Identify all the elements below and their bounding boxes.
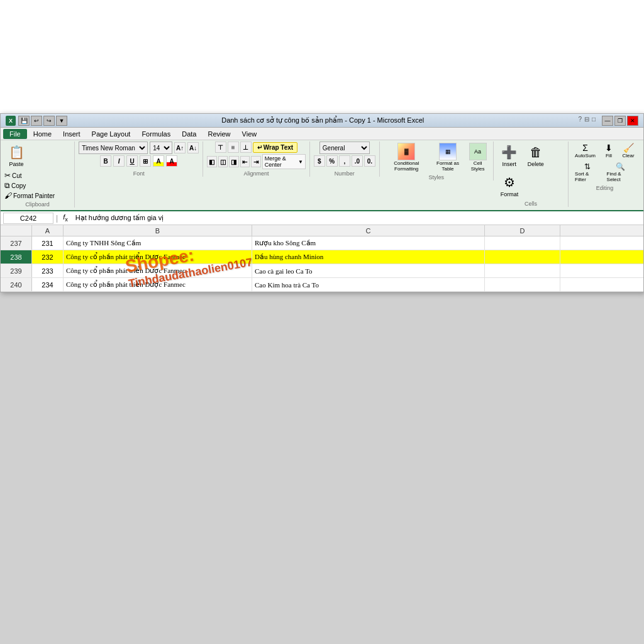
number-format-select[interactable]: General (319, 142, 370, 154)
menu-formulas[interactable]: Formulas (136, 129, 175, 139)
wrap-text-icon: ↵ (257, 144, 262, 151)
paste-button[interactable]: 📋 Paste (4, 142, 28, 169)
name-box[interactable] (3, 213, 53, 224)
ribbon-editing-group: Σ AutoSum ⬇ Fill 🧹 Clear ⇅ Sort (571, 142, 641, 191)
fx-label: fx (60, 213, 70, 223)
format-as-table-btn[interactable]: ▦ Format as Table (431, 142, 465, 173)
formula-input[interactable] (73, 213, 641, 224)
increase-font-btn[interactable]: A↑ (174, 142, 186, 153)
undo-btn[interactable]: ↩ (31, 116, 42, 126)
percent-btn[interactable]: % (326, 155, 338, 167)
cell-a-2[interactable]: 233 (32, 264, 64, 277)
spreadsheet: A B C D 237 231 Công ty TNHH Sông Cầm Rư… (1, 225, 643, 292)
column-headers: A B C D (1, 225, 643, 236)
table-row: 240 234 Công ty cổ phần phát triển Dược … (1, 278, 643, 292)
align-left-btn[interactable]: ◧ (207, 156, 217, 167)
quick-save-btn[interactable]: 💾 (18, 116, 30, 126)
cell-b-2[interactable]: Công ty cổ phần phát triển Dược Fanmec (64, 264, 252, 277)
align-right-btn[interactable]: ◨ (229, 156, 239, 167)
align-top-btn[interactable]: ⊤ (215, 142, 226, 153)
ribbon-clipboard-group: 📋 Paste ✂ Cut ⧉ Copy 🖌 Format Painter (3, 142, 75, 208)
cell-styles-btn[interactable]: Aa Cell Styles (466, 142, 489, 173)
clear-btn[interactable]: 🧹 Clear (619, 142, 637, 160)
format-icon: ⚙ (501, 174, 518, 191)
delete-btn[interactable]: 🗑 Delete (524, 142, 548, 169)
redo-btn[interactable]: ↪ (43, 116, 55, 126)
cell-c-3[interactable]: Cao Kim hoa trà Ca To (252, 278, 485, 291)
row-number[interactable]: 238 (1, 250, 32, 264)
fill-color-btn[interactable]: A (153, 155, 164, 167)
insert-icon: ➕ (501, 143, 518, 161)
decrease-decimal-btn[interactable]: 0. (364, 155, 375, 167)
cell-d-0[interactable] (485, 236, 560, 250)
menu-file[interactable]: File (3, 129, 27, 139)
cell-c-0[interactable]: Rượu kho Sông Cầm (252, 236, 485, 250)
cell-a-1[interactable]: 232 (32, 250, 64, 264)
row-number[interactable]: 237 (1, 236, 32, 250)
col-header-d: D (485, 225, 560, 236)
cell-d-2[interactable] (485, 264, 560, 277)
ribbon-font-group: Times New Roman 14 A↑ A↓ B I U ⊞ A A (77, 142, 203, 177)
table-row: 238 232 Công ty cổ phần phát triển Dược … (1, 250, 643, 264)
fill-btn[interactable]: ⬇ Fill (600, 142, 618, 160)
menu-data[interactable]: Data (177, 129, 201, 139)
underline-btn[interactable]: U (126, 155, 138, 167)
conditional-formatting-btn[interactable]: ▓ Conditional Formatting (384, 142, 430, 173)
font-name-select[interactable]: Times New Roman (79, 142, 148, 154)
find-select-btn[interactable]: 🔍 Find & Select (604, 161, 637, 184)
cell-d-3[interactable] (485, 278, 560, 291)
decrease-indent-btn[interactable]: ⇤ (240, 156, 250, 167)
minimize-btn[interactable]: — (602, 116, 613, 126)
cell-c-1[interactable]: Dầu hùng chanh Minion (252, 250, 485, 264)
increase-indent-btn[interactable]: ⇥ (251, 156, 261, 167)
row-number[interactable]: 239 (1, 264, 32, 277)
decrease-font-btn[interactable]: A↓ (187, 142, 199, 153)
cell-b-1[interactable]: Công ty cổ phần phát triển Dược Fanmec (64, 250, 252, 264)
menu-home[interactable]: Home (28, 129, 57, 139)
ribbon-number-group: General $ % , .0 0. Number (313, 142, 380, 177)
insert-btn[interactable]: ➕ Insert (497, 142, 521, 169)
menu-view[interactable]: View (237, 129, 262, 139)
cell-b-3[interactable]: Công ty cổ phần phát triển Dược Fanmec (64, 278, 252, 291)
restore-btn[interactable]: ❐ (614, 116, 626, 126)
sort-filter-btn[interactable]: ⇅ Sort & Filter (572, 161, 602, 184)
italic-btn[interactable]: I (113, 155, 125, 167)
align-center-btn[interactable]: ◫ (218, 156, 228, 167)
font-size-select[interactable]: 14 (150, 142, 172, 154)
menu-insert[interactable]: Insert (58, 129, 86, 139)
spreadsheet-rows: 237 231 Công ty TNHH Sông Cầm Rượu kho S… (1, 236, 643, 292)
align-middle-btn[interactable]: ≡ (228, 142, 239, 153)
col-header-b: B (64, 225, 252, 236)
cell-a-3[interactable]: 234 (32, 278, 64, 291)
comma-btn[interactable]: , (339, 155, 350, 167)
cell-d-1[interactable] (485, 250, 560, 264)
cell-b-0[interactable]: Công ty TNHH Sông Cầm (64, 236, 252, 250)
close-btn[interactable]: ✕ (627, 116, 638, 126)
copy-icon: ⧉ (4, 181, 10, 190)
ribbon-alignment-group: ⊤ ≡ ⊥ ↵ Wrap Text ◧ ◫ ◨ ⇤ ⇥ Merge & Cent… (206, 142, 310, 177)
row-number[interactable]: 240 (1, 278, 32, 291)
increase-decimal-btn[interactable]: .0 (352, 155, 363, 167)
font-color-btn[interactable]: A (166, 155, 177, 167)
bold-btn[interactable]: B (100, 155, 111, 167)
menu-review[interactable]: Review (203, 129, 235, 139)
merge-center-btn[interactable]: Merge & Center ▼ (262, 154, 306, 169)
autosum-btn[interactable]: Σ AutoSum (572, 142, 598, 160)
cell-a-0[interactable]: 231 (32, 236, 64, 250)
customize-btn[interactable]: ▼ (56, 116, 67, 126)
col-header-a: A (32, 225, 64, 236)
format-btn[interactable]: ⚙ Format (497, 172, 522, 199)
title-bar: X 💾 ↩ ↪ ▼ Danh sách cơ sở tự công bố sản… (1, 114, 643, 128)
col-header-c: C (252, 225, 485, 236)
formula-bar: | fx (1, 211, 643, 225)
align-bottom-btn[interactable]: ⊥ (240, 142, 252, 153)
borders-btn[interactable]: ⊞ (140, 155, 151, 167)
menu-page-layout[interactable]: Page Layout (87, 129, 136, 139)
window-controls: ? ⊟ □ — ❐ ✕ (578, 116, 638, 126)
window-title: Danh sách cơ sở tự công bố sản phẩm - Co… (67, 116, 578, 125)
accounting-btn[interactable]: $ (314, 155, 325, 167)
ribbon: 📋 Paste ✂ Cut ⧉ Copy 🖌 Format Painter (1, 140, 643, 211)
wrap-text-button[interactable]: ↵ Wrap Text (253, 142, 297, 153)
cell-c-2[interactable]: Cao cà gai leo Ca To (252, 264, 485, 277)
ribbon-cells-group: ➕ Insert 🗑 Delete ⚙ Format Cells (496, 142, 569, 207)
